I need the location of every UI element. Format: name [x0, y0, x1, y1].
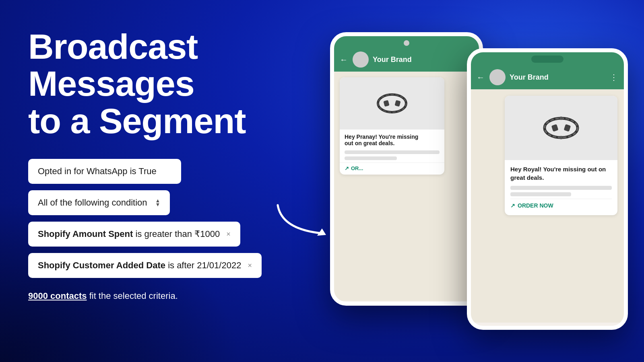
- phone-back: ← Your Brand ⋮: [330, 32, 483, 306]
- back-phone-brand: Your Brand: [373, 56, 461, 64]
- front-phone-chat-body: Hey Royal! You're missing out on great d…: [471, 89, 624, 323]
- svg-point-9: [559, 117, 563, 120]
- headline-line1: Broadcast: [28, 27, 198, 66]
- front-order-label: ORDER NOW: [518, 202, 553, 209]
- front-chat-card: Hey Royal! You're missing out on great d…: [505, 96, 617, 215]
- back-order-external-icon: ↗: [345, 165, 349, 171]
- front-back-arrow-icon[interactable]: ←: [477, 73, 485, 82]
- dropdown-label: All of the following condition: [38, 197, 147, 208]
- headline-line3: to a Segment: [28, 101, 246, 141]
- filter1-operator: is greater than: [135, 229, 192, 239]
- front-chat-message: Hey Royal! You're missing out on great d…: [510, 165, 612, 182]
- filter2-value: 21/01/2022: [197, 260, 241, 270]
- svg-rect-4: [394, 100, 400, 107]
- contacts-count-line: 9000 contacts fit the selected criteria.: [28, 291, 286, 301]
- svg-rect-7: [551, 124, 559, 132]
- back-phone-avatar: [353, 51, 369, 68]
- opted-in-label: Opted in for WhatsApp is True: [38, 166, 157, 177]
- back-phone-chat-body: Hey Pranay! You're missingout on great d…: [334, 72, 479, 301]
- filter2-condition: Shopify Customer Added Date is after 21/…: [28, 253, 262, 278]
- left-panel: Broadcast Messages to a Segment Opted in…: [0, 0, 306, 362]
- front-phone-avatar: [489, 69, 506, 85]
- back-phone-notch: [334, 36, 479, 47]
- front-phone-menu-icon[interactable]: ⋮: [610, 72, 618, 82]
- filter2-remove-button[interactable]: ×: [248, 261, 252, 270]
- back-arrow-icon[interactable]: ←: [340, 55, 348, 64]
- phone-front: ← Your Brand ⋮: [467, 48, 628, 330]
- filter2-label: Shopify Customer Added Date: [38, 260, 165, 270]
- front-phone-header: ← Your Brand ⋮: [471, 65, 624, 89]
- front-phone-brand: Your Brand: [510, 73, 606, 82]
- svg-rect-8: [564, 124, 571, 132]
- skeleton-1: [345, 150, 440, 154]
- dropdown-arrows-icon: ▲ ▼: [155, 199, 161, 207]
- filter2-operator: is after: [168, 260, 194, 270]
- front-chat-product-image: [505, 96, 617, 160]
- right-panel: ← Your Brand ⋮: [306, 0, 644, 362]
- back-chat-message: Hey Pranay! You're missingout on great d…: [340, 130, 444, 150]
- svg-point-10: [559, 136, 563, 140]
- bracelet-image-back: [372, 85, 412, 121]
- conditions-area: Opted in for WhatsApp is True All of the…: [28, 159, 286, 278]
- headline: Broadcast Messages to a Segment: [28, 28, 286, 140]
- front-phone-notch: [471, 52, 624, 65]
- bracelet-image-front: [537, 108, 585, 148]
- front-chat-card-text: Hey Royal! You're missing out on great d…: [505, 160, 617, 215]
- camera-pill: [531, 56, 564, 63]
- opted-in-condition: Opted in for WhatsApp is True: [28, 159, 181, 184]
- contacts-count: 9000 contacts: [28, 291, 87, 301]
- filter1-remove-button[interactable]: ×: [226, 230, 231, 239]
- front-order-button[interactable]: ↗ ORDER NOW: [510, 199, 612, 210]
- filter2-text: Shopify Customer Added Date is after 21/…: [38, 260, 241, 271]
- filter1-value: ₹1000: [194, 229, 220, 239]
- camera-dot: [404, 40, 409, 46]
- skeleton-2: [345, 156, 397, 160]
- condition-dropdown[interactable]: All of the following condition ▲ ▼: [28, 190, 170, 215]
- page-content: Broadcast Messages to a Segment Opted in…: [0, 0, 644, 362]
- back-phone-header: ← Your Brand ⋮: [334, 47, 479, 72]
- front-order-external-icon: ↗: [510, 202, 515, 209]
- front-skeleton-2: [510, 192, 571, 196]
- filter1-condition: Shopify Amount Spent is greater than ₹10…: [28, 222, 240, 247]
- arrow-container: [274, 197, 338, 247]
- contacts-suffix: fit the selected criteria.: [87, 291, 178, 301]
- svg-rect-3: [383, 100, 389, 107]
- curved-arrow: [274, 197, 338, 245]
- back-order-label: OR...: [351, 165, 363, 171]
- front-skeleton-1: [510, 186, 612, 190]
- back-order-button[interactable]: ↗ OR...: [340, 162, 444, 175]
- chevron-down-icon: ▼: [155, 203, 161, 207]
- headline-line2: Messages: [28, 64, 194, 103]
- back-chat-card: Hey Pranay! You're missingout on great d…: [340, 77, 444, 175]
- filter1-text: Shopify Amount Spent is greater than ₹10…: [38, 229, 220, 239]
- back-chat-product-image: [340, 77, 444, 130]
